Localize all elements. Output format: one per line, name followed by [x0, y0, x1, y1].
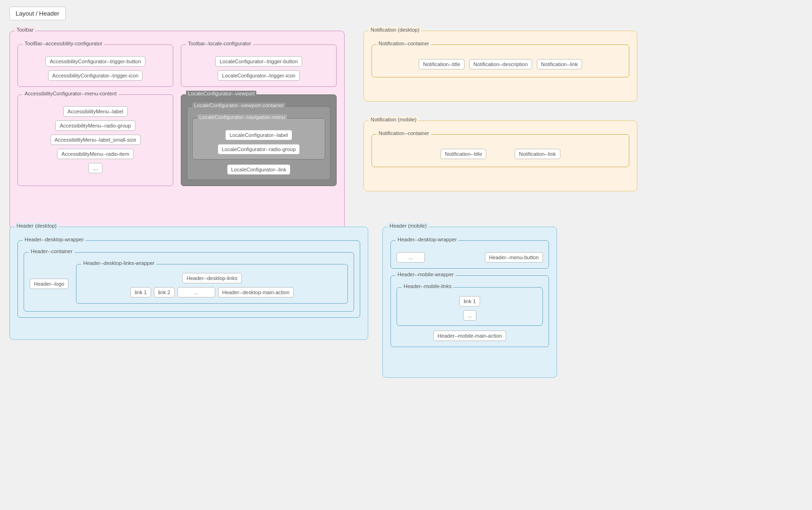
- accessibility-configurator-label: ToolBar--accessibility-configurator: [23, 41, 104, 46]
- header-mobile-wrapper: Header--mobile-wrapper Header--mobile-li…: [390, 275, 549, 347]
- notification-mobile-title: Notification--title: [440, 149, 486, 159]
- header-mobile-ellipsis-wrapper: ...: [397, 252, 425, 263]
- locale-viewport-container-box: LocaleConfigurator--viewport-container L…: [187, 106, 330, 180]
- notification-mobile-section: Notification (mobile) Notification--cont…: [364, 120, 637, 191]
- locale-label: LocaleConfigurator--label: [225, 130, 292, 140]
- header-mobile-links-label: Header--mobile-links: [402, 283, 453, 289]
- accessibility-configurator-box: ToolBar--accessibility-configurator Acce…: [17, 44, 173, 87]
- page-title: Layout / Header: [9, 7, 66, 20]
- locale-configurator-label: Toolbar--locale-configurator: [186, 41, 253, 46]
- header-desktop-links: Header--desktop-links: [182, 273, 242, 283]
- header-desktop-links-wrapper: Header--desktop-links-wrapper Header--de…: [76, 264, 348, 304]
- header-link1: link 1: [130, 287, 151, 298]
- header-desktop-wrapper-label: Header--desktop-wrapper: [23, 237, 85, 242]
- locale-viewport-label: LocaleConfigurator--viewport: [186, 91, 256, 96]
- header-mobile-wrapper-label2: Header--mobile-wrapper: [396, 272, 456, 277]
- header-link2: link 2: [154, 287, 175, 298]
- accessibility-menu-label: AccessibilityMenu--label: [63, 106, 127, 117]
- header-desktop-container: Header--container Header--logo Header--d…: [24, 252, 354, 312]
- accessibility-menu-content-label: AccessibilityConfigurator--menu-content: [23, 91, 118, 96]
- header-desktop-label: Header (desktop): [15, 223, 59, 229]
- notification-link: Notification--link: [537, 59, 582, 69]
- notification-mobile-link: Notification--link: [515, 149, 560, 159]
- locale-link: LocaleConfigurator--link: [227, 164, 291, 175]
- notification-mobile-label: Notification (mobile): [369, 117, 418, 122]
- accessibility-label-small: AccessibilityMenu--label_small-size: [51, 135, 141, 145]
- notification-desktop-section: Notification (desktop) Notification--con…: [364, 31, 637, 102]
- header-mobile-link1: link 1: [459, 296, 480, 306]
- locale-radio-group: LocaleConfigurator--radio-group: [218, 144, 300, 154]
- locale-configurator-box: Toolbar--locale-configurator LocaleConfi…: [181, 44, 337, 87]
- header-mobile-links-box: Header--mobile-links link 1 ...: [397, 287, 543, 326]
- locale-viewport-box: LocaleConfigurator--viewport LocaleConfi…: [181, 94, 337, 186]
- notification-desktop-container: Notification--container Notification--ti…: [372, 44, 629, 77]
- header-mobile-label: Header (mobile): [388, 223, 429, 229]
- header-desktop-wrapper: Header--desktop-wrapper Header--containe…: [17, 240, 360, 318]
- header-desktop-container-label: Header--container: [29, 248, 75, 254]
- accessibility-trigger-button: AccessibilityConfigurator--trigger-butto…: [45, 56, 145, 67]
- header-mobile-links-ellipsis: ...: [463, 310, 476, 321]
- notification-mobile-container: Notification--container Notification--ti…: [372, 134, 629, 167]
- header-links-wrapper-label: Header--desktop-links-wrapper: [81, 260, 156, 266]
- accessibility-menu-content-box: AccessibilityConfigurator--menu-content …: [17, 94, 173, 186]
- locale-navigation-menu-box: LocaleConfigurator--navigation-menu Loca…: [192, 118, 325, 160]
- notification-description: Notification--description: [469, 59, 532, 69]
- toolbar-section: Toolbar ToolBar--accessibility-configura…: [9, 31, 345, 229]
- header-desktop-main-action: Header--desktop-main-action: [218, 287, 294, 298]
- notification-desktop-label: Notification (desktop): [369, 27, 421, 33]
- notification-desktop-container-label: Notification--container: [377, 41, 431, 46]
- locale-trigger-button: LocaleConfigurator--trigger-button: [215, 56, 302, 67]
- header-desktop-section: Header (desktop) Header--desktop-wrapper…: [9, 227, 368, 340]
- notification-mobile-container-label: Notification--container: [377, 130, 431, 136]
- accessibility-radio-item: AccessibilityMenu--radio-item: [57, 149, 134, 159]
- notification-title: Notification--title: [419, 59, 465, 69]
- header-mobile-main-action: Header--mobile-main-action: [433, 331, 506, 341]
- locale-viewport-container-label: LocaleConfigurator--viewport-container: [192, 102, 286, 108]
- header-logo: Header--logo: [30, 279, 68, 289]
- accessibility-ellipsis: ....: [88, 163, 102, 173]
- header-mobile-wrapper-label: Header--desktop-wrapper: [396, 237, 458, 242]
- accessibility-trigger-icon: AccessibilityConfigurator--trigger-icon: [48, 70, 143, 81]
- header-mobile-section: Header (mobile) Header--desktop-wrapper …: [382, 227, 557, 378]
- header-mobile-desktop-wrapper: Header--desktop-wrapper ... Header--menu…: [390, 240, 549, 269]
- locale-navigation-menu-label: LocaleConfigurator--navigation-menu: [197, 114, 287, 120]
- locale-trigger-icon: LocaleConfigurator--trigger-icon: [218, 70, 299, 81]
- header-menu-button: Header--menu-button: [485, 252, 543, 263]
- toolbar-label: Toolbar: [15, 27, 35, 33]
- accessibility-radio-group: AccessibilityMenu--radio-group: [55, 120, 135, 131]
- header-desktop-ellipsis: ...: [178, 287, 215, 298]
